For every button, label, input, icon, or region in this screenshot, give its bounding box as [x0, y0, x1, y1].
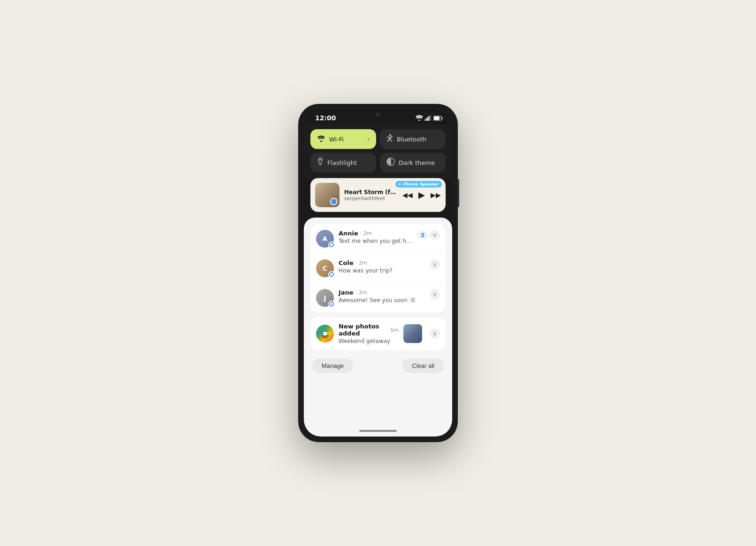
cole-message: How was your trip? [339, 267, 425, 274]
photos-expand-button[interactable]: ∨ [430, 328, 440, 339]
notifications-footer: Manage Clear all [310, 355, 446, 375]
svg-rect-6 [434, 117, 440, 120]
media-info: Heart Storm (feat... serpentwithfeet [344, 189, 398, 202]
svg-point-8 [320, 140, 322, 141]
cole-notif-header: Cole · 2m [339, 259, 425, 266]
jane-time: 2m [359, 289, 367, 296]
manage-button[interactable]: Manage [312, 359, 353, 373]
jane-name: Jane [339, 289, 354, 296]
photos-notif-header: New photos added · 5m [339, 323, 399, 337]
phone-speaker-label: Phone Speaker [395, 181, 442, 187]
cole-expand-button[interactable]: ∨ [430, 259, 440, 270]
notifications-panel: A Annie · 2m Text me when you get here! [304, 218, 452, 427]
annie-notification-content: Annie · 2m Text me when you get here! [339, 230, 413, 244]
flashlight-tile-icon [317, 157, 324, 168]
clear-all-button[interactable]: Clear all [402, 359, 444, 373]
photos-notification-content: New photos added · 5m Weekend getaway [339, 323, 399, 344]
home-indicator-area [304, 427, 452, 437]
photos-notification[interactable]: New photos added · 5m Weekend getaway ∨ [310, 317, 446, 350]
home-bar[interactable] [359, 430, 397, 432]
notification-cole[interactable]: C Cole · 2m How was your trip? [310, 254, 446, 283]
svg-point-13 [323, 332, 327, 335]
album-art [315, 183, 339, 207]
flashlight-tile[interactable]: Flashlight [310, 153, 376, 172]
annie-time: 2m [363, 230, 372, 236]
status-icons [416, 115, 443, 121]
svg-point-0 [419, 120, 420, 121]
media-next-button[interactable]: ▶▶ [431, 191, 441, 199]
status-time: 12:00 [315, 114, 336, 122]
wifi-status-icon [416, 115, 423, 121]
svg-rect-4 [430, 115, 432, 121]
jane-notification-content: Jane · 2m Awesome! See you soon :0 [339, 289, 425, 304]
photos-thumbnail [403, 324, 422, 343]
annie-notif-header: Annie · 2m [339, 230, 413, 237]
svg-rect-7 [442, 117, 443, 119]
cole-app-badge [328, 271, 335, 278]
dark-theme-tile-label: Dark theme [399, 159, 435, 166]
phone-device: 12:00 [298, 104, 458, 442]
svg-rect-1 [425, 119, 426, 121]
signal-icon [425, 115, 432, 121]
media-controls: ◀◀ ▶ ▶▶ [402, 190, 441, 200]
bluetooth-tile-icon [386, 134, 393, 144]
jane-message: Awesome! See you soon :0 [339, 297, 425, 304]
annie-name: Annie [339, 230, 358, 237]
media-player[interactable]: Phone Speaker Heart Storm (feat... serpe… [310, 178, 446, 212]
cole-avatar: C [316, 259, 334, 277]
annie-avatar: A [316, 230, 334, 248]
dark-theme-tile[interactable]: Dark theme [380, 153, 446, 172]
photos-app-icon [316, 325, 334, 343]
message-badge-icon [330, 243, 333, 246]
bluetooth-tile-label: Bluetooth [397, 136, 426, 143]
annie-message: Text me when you get here! [339, 238, 413, 244]
photos-time: 5m [390, 327, 399, 333]
media-artist: serpentwithfeet [344, 195, 398, 202]
messages-notification-group: A Annie · 2m Text me when you get here! [310, 224, 446, 312]
photos-subtitle: Weekend getaway [339, 338, 399, 344]
jane-action: ∨ [430, 289, 440, 299]
notification-annie[interactable]: A Annie · 2m Text me when you get here! [310, 224, 446, 254]
jane-notif-header: Jane · 2m [339, 289, 425, 296]
svg-rect-10 [320, 164, 321, 165]
quick-settings-panel: Wi-Fi › Bluetooth [304, 125, 452, 178]
status-bar: 12:00 [304, 109, 452, 125]
cole-name: Cole [339, 259, 354, 266]
wifi-tile[interactable]: Wi-Fi › [310, 129, 376, 149]
cole-action: ∨ [430, 259, 440, 270]
svg-rect-12 [399, 183, 400, 185]
svg-rect-3 [428, 116, 430, 121]
battery-icon [433, 116, 443, 121]
wifi-tile-chevron: › [367, 136, 370, 142]
speaker-icon [398, 182, 402, 186]
media-play-button[interactable]: ▶ [418, 190, 425, 200]
quick-settings-grid: Wi-Fi › Bluetooth [310, 129, 446, 172]
annie-app-badge [328, 242, 335, 248]
jane-app-badge [328, 301, 335, 307]
notification-jane[interactable]: J Jane · 2m Awesome! See you soon :0 [310, 283, 446, 312]
svg-rect-2 [427, 117, 428, 121]
jane-expand-button[interactable]: ∨ [430, 289, 440, 299]
wifi-tile-label: Wi-Fi [329, 136, 344, 143]
media-prev-button[interactable]: ◀◀ [402, 191, 413, 199]
phone-screen: 12:00 [304, 109, 452, 437]
photos-title: New photos added [339, 323, 385, 337]
annie-expand-button[interactable]: ∨ [430, 230, 440, 240]
media-title: Heart Storm (feat... [344, 189, 398, 195]
bluetooth-tile[interactable]: Bluetooth [380, 129, 446, 149]
annie-count-badge: 2 [417, 231, 428, 239]
annie-action: 2 ∨ [417, 230, 440, 240]
cole-time: 2m [359, 260, 367, 266]
cole-notification-content: Cole · 2m How was your trip? [339, 259, 425, 274]
jane-avatar: J [316, 289, 334, 307]
flashlight-tile-label: Flashlight [327, 159, 357, 166]
wifi-tile-icon [317, 135, 325, 144]
dark-theme-tile-icon [386, 157, 395, 168]
